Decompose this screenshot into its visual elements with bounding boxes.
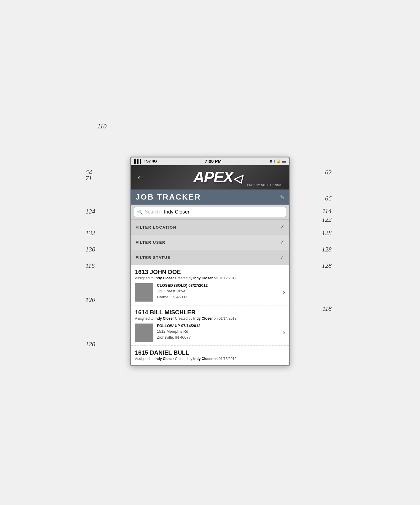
job-1614-chevron-icon[interactable]: › bbox=[283, 329, 285, 337]
job-1614-info: FOLLOW UP 07/14/2012 1512 Memphis Rd Zio… bbox=[157, 324, 279, 340]
filter-user-label: FILTER USER bbox=[136, 240, 166, 245]
apex-logo-text: APEX◁ bbox=[150, 168, 284, 186]
annotation-118: 118 bbox=[322, 305, 332, 313]
job-tracker-bar: JOB TRACKER ✎ bbox=[131, 189, 289, 205]
annotation-66: 66 bbox=[325, 195, 332, 202]
job-1614-assigned: Assigned to Indy Closer Created by Indy … bbox=[135, 316, 285, 321]
filter-location-label: FILTER LOCATION bbox=[136, 225, 176, 230]
edit-icon[interactable]: ✎ bbox=[280, 194, 284, 200]
status-bar: ▌▌▌ TS7 4G 7:00 PM ⊕ ↑ 🔒 ▬ bbox=[131, 157, 289, 165]
job-1613-status: CLOSED (SOLD) 03/27/2012 bbox=[157, 283, 279, 288]
job-1614-header: 1614 BILL MISCHLER bbox=[135, 309, 285, 316]
filter-list: FILTER LOCATION ✓ FILTER USER ✓ FILTER S… bbox=[131, 220, 289, 265]
job-1613-chevron-icon[interactable]: › bbox=[283, 289, 285, 296]
job-item-1614[interactable]: 1614 BILL MISCHLER Assigned to Indy Clos… bbox=[131, 305, 289, 346]
annotation-110: 110 bbox=[97, 122, 106, 130]
job-1614-detail: FOLLOW UP 07/14/2012 1512 Memphis Rd Zio… bbox=[135, 324, 285, 342]
network-label: TS7 4G bbox=[144, 159, 157, 163]
location-icon: ⊕ bbox=[269, 159, 272, 163]
filter-status-label: FILTER STATUS bbox=[136, 255, 171, 260]
filter-status-checkmark: ✓ bbox=[280, 254, 284, 261]
job-1614-address: 1512 Memphis Rd Zionsville, IN 46077 bbox=[157, 329, 279, 340]
phone-outer: ▌▌▌ TS7 4G 7:00 PM ⊕ ↑ 🔒 ▬ ← APEX◁ bbox=[130, 157, 314, 366]
search-section: 🔍 Search Indy Closer bbox=[131, 205, 289, 220]
filter-user-row[interactable]: FILTER USER ✓ bbox=[131, 235, 289, 250]
back-button[interactable]: ← bbox=[136, 171, 147, 184]
job-1613-thumbnail bbox=[135, 283, 153, 302]
job-1615-assigned: Assigned to Indy Closer Created by Indy … bbox=[135, 357, 285, 361]
job-tracker-title: JOB TRACKER bbox=[136, 192, 201, 202]
status-signal: ▌▌▌ TS7 4G bbox=[134, 159, 157, 163]
search-bar[interactable]: 🔍 Search Indy Closer bbox=[134, 207, 286, 217]
page-wrapper: 110 64 71 62 66 124 114 122 126 132 128 … bbox=[106, 139, 314, 366]
job-item-1613[interactable]: 1613 JOHN DOE Assigned to Indy Closer Cr… bbox=[131, 265, 289, 305]
filter-location-row[interactable]: FILTER LOCATION ✓ bbox=[131, 220, 289, 235]
filter-status-row[interactable]: FILTER STATUS ✓ bbox=[131, 250, 289, 265]
job-1615-header: 1615 DANIEL BULL bbox=[135, 349, 285, 356]
job-1613-info: CLOSED (SOLD) 03/27/2012 123 Forest Driv… bbox=[157, 283, 279, 300]
apex-arrow-icon: ◁ bbox=[233, 172, 241, 185]
job-list: 1613 JOHN DOE Assigned to Indy Closer Cr… bbox=[131, 265, 289, 365]
annotation-130: 130 bbox=[85, 246, 95, 253]
annotation-128-1: 128 bbox=[322, 229, 332, 237]
annotation-122: 122 bbox=[322, 216, 332, 224]
filter-user-checkmark: ✓ bbox=[280, 239, 284, 246]
job-1613-assigned: Assigned to Indy Closer Created by Indy … bbox=[135, 276, 285, 280]
job-1614-status: FOLLOW UP 07/14/2012 bbox=[157, 324, 279, 328]
search-placeholder: Search bbox=[145, 209, 160, 215]
job-1613-detail: CLOSED (SOLD) 03/27/2012 123 Forest Driv… bbox=[135, 283, 285, 302]
app-header: ← APEX◁ ENERGY SOLUTIONS® bbox=[131, 165, 289, 189]
annotation-120-1: 120 bbox=[85, 296, 95, 304]
job-1613-address: 123 Forest Drive Carmel, IN 46032 bbox=[157, 288, 279, 300]
status-icons: ⊕ ↑ 🔒 ▬ bbox=[269, 159, 286, 163]
annotation-132: 132 bbox=[85, 229, 95, 237]
signal-bars-icon: ▌▌▌ bbox=[134, 159, 143, 163]
annotation-128-2: 128 bbox=[322, 246, 332, 253]
job-1613-header: 1613 JOHN DOE bbox=[135, 269, 285, 275]
annotation-124: 124 bbox=[85, 208, 95, 215]
signal-icon: ↑ bbox=[273, 159, 275, 163]
annotation-120-2: 120 bbox=[85, 340, 95, 348]
status-time: 7:00 PM bbox=[205, 159, 222, 164]
search-input-value[interactable]: Indy Closer bbox=[162, 209, 283, 215]
lock-icon: 🔒 bbox=[276, 159, 281, 163]
filter-location-checkmark: ✓ bbox=[280, 224, 284, 230]
annotation-114: 114 bbox=[322, 207, 332, 215]
annotation-128-3: 128 bbox=[322, 262, 332, 270]
job-item-1615[interactable]: 1615 DANIEL BULL Assigned to Indy Closer… bbox=[131, 346, 289, 365]
battery-icon: ▬ bbox=[282, 159, 286, 163]
annotation-62: 62 bbox=[325, 168, 332, 176]
job-1614-thumbnail bbox=[135, 324, 153, 342]
phone-screen: ▌▌▌ TS7 4G 7:00 PM ⊕ ↑ 🔒 ▬ ← APEX◁ bbox=[130, 157, 290, 366]
annotation-116: 116 bbox=[85, 262, 95, 270]
apex-logo: APEX◁ ENERGY SOLUTIONS® bbox=[150, 168, 284, 187]
search-icon: 🔍 bbox=[137, 209, 143, 215]
annotation-71: 71 bbox=[85, 174, 92, 182]
